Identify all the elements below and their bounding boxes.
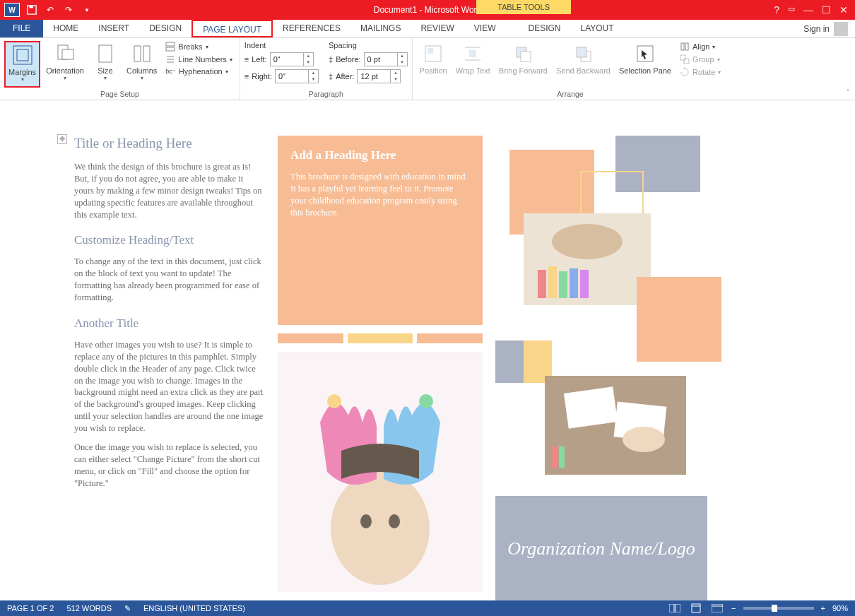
- breaks-button[interactable]: Breaks▾: [163, 41, 235, 52]
- size-icon: [94, 42, 117, 65]
- heading-2a[interactable]: Customize Heading/Text: [74, 233, 265, 247]
- page[interactable]: ✥ Title or Heading Here We think the des…: [53, 114, 802, 600]
- org-name-text[interactable]: Organization Name/Logo: [507, 538, 695, 559]
- group-button[interactable]: Group▾: [677, 54, 724, 65]
- web-layout-icon[interactable]: [710, 603, 724, 614]
- svg-rect-5: [62, 49, 73, 59]
- spacing-before-input[interactable]: 0 pt▲▼: [364, 52, 408, 66]
- tab-home[interactable]: HOME: [43, 20, 88, 37]
- tab-design[interactable]: DESIGN: [139, 20, 191, 37]
- heading-2b[interactable]: Another Title: [74, 316, 265, 331]
- spacing-before-label: Before:: [336, 55, 360, 64]
- indent-left-icon: ≡: [244, 55, 249, 64]
- paragraph[interactable]: We think the design of this brochure is …: [74, 161, 265, 220]
- tab-table-design[interactable]: DESIGN: [518, 20, 570, 37]
- word-logo-icon: W: [4, 3, 20, 17]
- undo-icon[interactable]: ↶: [44, 4, 57, 16]
- zoom-slider[interactable]: [743, 607, 814, 610]
- spacing-after-input[interactable]: 12 pt▲▼: [357, 69, 401, 83]
- zoom-out-button[interactable]: −: [731, 604, 736, 612]
- columns-button[interactable]: Columns ▾: [124, 41, 160, 88]
- svg-rect-45: [552, 446, 558, 468]
- callout-paragraph[interactable]: This brochure is designed with education…: [290, 171, 470, 219]
- position-icon: [422, 42, 444, 65]
- tab-insert[interactable]: INSERT: [88, 20, 139, 37]
- wrap-text-button[interactable]: Wrap Text: [453, 41, 493, 88]
- svg-rect-22: [577, 47, 586, 57]
- svg-point-29: [331, 472, 430, 585]
- svg-rect-25: [685, 43, 688, 50]
- tab-page-layout[interactable]: PAGE LAYOUT: [191, 20, 273, 37]
- ribbon: Margins ▾ Orientation ▾ Size ▾ Columns ▾…: [0, 38, 855, 100]
- align-button[interactable]: Align▾: [677, 41, 724, 52]
- indent-right-input[interactable]: 0"▲▼: [275, 69, 319, 83]
- read-mode-icon[interactable]: [668, 603, 682, 614]
- tab-table-layout[interactable]: LAYOUT: [570, 20, 623, 37]
- bring-forward-button[interactable]: Bring Forward: [496, 41, 550, 88]
- indent-left-input[interactable]: 0"▲▼: [270, 52, 314, 66]
- status-words[interactable]: 512 WORDS: [66, 604, 112, 613]
- indent-left-label: Left:: [252, 55, 266, 64]
- indent-right-icon: ≡: [244, 72, 249, 81]
- minimize-icon[interactable]: —: [803, 4, 813, 16]
- photo-drawing[interactable]: [545, 376, 686, 475]
- svg-point-30: [327, 394, 341, 408]
- callout-heading[interactable]: Add a Heading Here: [290, 148, 470, 162]
- deco-square: [637, 277, 721, 362]
- tab-view[interactable]: VIEW: [464, 20, 506, 37]
- paragraph[interactable]: Once the image you wish to replace is se…: [74, 442, 265, 490]
- document-title: Document1 - Microsoft Word: [374, 5, 482, 15]
- proofing-icon[interactable]: ✎: [124, 604, 131, 613]
- hyphenation-button[interactable]: bc⁻Hyphenation▾: [163, 66, 235, 76]
- sign-in-label: Sign in: [803, 24, 830, 34]
- avatar-icon: [834, 22, 848, 36]
- svg-rect-51: [712, 604, 723, 612]
- help-icon[interactable]: ?: [774, 4, 779, 16]
- save-icon[interactable]: [25, 4, 38, 16]
- tab-review[interactable]: REVIEW: [411, 20, 464, 37]
- group-arrange: Position Wrap Text Bring Forward Send Ba…: [413, 38, 729, 100]
- collapse-ribbon-icon[interactable]: ˆ: [847, 88, 849, 97]
- svg-rect-48: [676, 604, 680, 612]
- margins-button[interactable]: Margins ▾: [4, 41, 40, 88]
- ribbon-display-icon[interactable]: ▭: [788, 4, 795, 16]
- callout-box[interactable]: Add a Heading Here This brochure is desi…: [278, 136, 483, 325]
- sign-in[interactable]: Sign in: [803, 22, 848, 36]
- status-language[interactable]: ENGLISH (UNITED STATES): [143, 604, 245, 613]
- svg-rect-20: [521, 52, 531, 61]
- close-icon[interactable]: ✕: [839, 4, 848, 16]
- heading-1[interactable]: Title or Heading Here: [74, 136, 265, 151]
- status-page[interactable]: PAGE 1 OF 2: [7, 604, 54, 613]
- table-move-handle-icon[interactable]: ✥: [57, 134, 67, 144]
- spacing-after-icon: ‡: [329, 72, 333, 81]
- position-button[interactable]: Position: [417, 41, 450, 88]
- rotate-button[interactable]: Rotate▾: [677, 66, 724, 78]
- send-backward-button[interactable]: Send Backward: [553, 41, 613, 88]
- size-button[interactable]: Size ▾: [90, 41, 121, 88]
- document-workspace[interactable]: ✥ Title or Heading Here We think the des…: [0, 100, 855, 600]
- maximize-icon[interactable]: ☐: [822, 4, 831, 16]
- zoom-level[interactable]: 90%: [832, 604, 848, 612]
- svg-rect-46: [559, 446, 565, 468]
- photo-child-hands[interactable]: [278, 352, 483, 592]
- qat-dropdown-icon[interactable]: ▼: [81, 4, 93, 16]
- send-backward-icon: [572, 42, 594, 65]
- paragraph[interactable]: To change any of the text in this docume…: [74, 256, 265, 304]
- selection-pane-button[interactable]: Selection Pane: [616, 41, 674, 88]
- line-numbers-button[interactable]: Line Numbers▾: [163, 54, 235, 65]
- redo-icon[interactable]: ↷: [62, 4, 75, 16]
- group-page-setup: Margins ▾ Orientation ▾ Size ▾ Columns ▾…: [0, 38, 240, 100]
- tab-mailings[interactable]: MAILINGS: [350, 20, 411, 37]
- org-name-box[interactable]: Organization Name/Logo: [495, 496, 707, 600]
- zoom-in-button[interactable]: +: [821, 604, 825, 612]
- svg-rect-42: [564, 386, 618, 428]
- columns-icon: [131, 42, 153, 65]
- tab-file[interactable]: FILE: [0, 20, 43, 37]
- print-layout-icon[interactable]: [689, 603, 703, 614]
- tab-references[interactable]: REFERENCES: [273, 20, 350, 37]
- paragraph[interactable]: Have other images you wish to use? It is…: [74, 339, 265, 434]
- svg-rect-1: [30, 6, 33, 8]
- svg-rect-49: [692, 604, 700, 612]
- orientation-button[interactable]: Orientation ▾: [43, 41, 87, 88]
- photo-crayons[interactable]: [524, 213, 651, 305]
